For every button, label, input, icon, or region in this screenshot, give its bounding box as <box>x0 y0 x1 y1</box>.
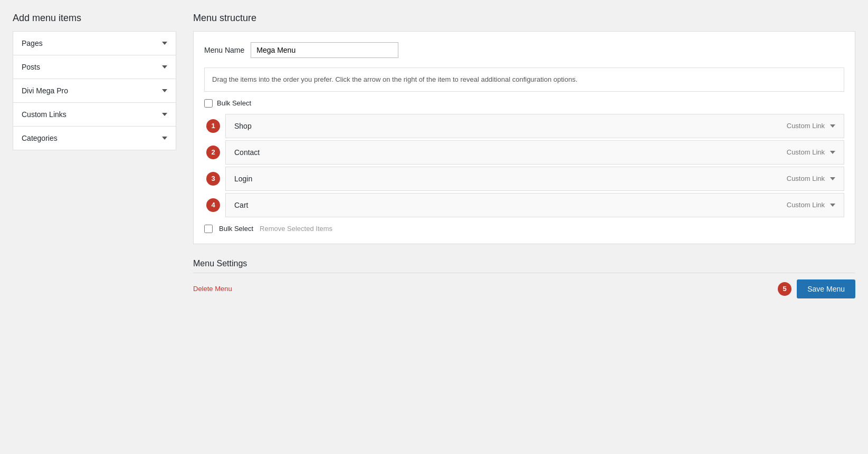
menu-item-login[interactable]: Login Custom Link <box>225 167 844 191</box>
accordion-item-posts: Posts <box>13 55 176 79</box>
bottom-bulk-row: Bulk Select Remove Selected Items <box>204 225 844 233</box>
accordion-header-custom-links[interactable]: Custom Links <box>13 103 176 126</box>
drag-instruction: Drag the items into the order you prefer… <box>204 67 844 92</box>
menu-item-row: 1 Shop Custom Link <box>225 114 844 138</box>
chevron-down-icon <box>830 124 835 128</box>
menu-name-label: Menu Name <box>204 46 244 54</box>
menu-item-row: 2 Contact Custom Link <box>225 140 844 165</box>
save-menu-button[interactable]: Save Menu <box>797 279 855 298</box>
chevron-down-icon <box>162 137 167 140</box>
menu-item-right-shop: Custom Link <box>787 122 835 130</box>
menu-item-right-login: Custom Link <box>787 175 835 182</box>
chevron-down-icon <box>162 113 167 116</box>
step-badge-4: 4 <box>206 198 220 212</box>
menu-item-name-cart: Cart <box>234 201 248 209</box>
menu-item-type-shop: Custom Link <box>787 122 825 130</box>
accordion-label-divi-mega-pro: Divi Mega Pro <box>22 86 68 95</box>
menu-item-row: 3 Login Custom Link <box>225 167 844 191</box>
accordion: Pages Posts Divi Mega Pro <box>13 31 176 150</box>
menu-item-type-cart: Custom Link <box>787 201 825 209</box>
save-btn-wrapper: 5 Save Menu <box>778 279 855 298</box>
chevron-down-icon <box>162 42 167 45</box>
accordion-item-divi-mega-pro: Divi Mega Pro <box>13 79 176 103</box>
menu-item-shop[interactable]: Shop Custom Link <box>225 114 844 138</box>
add-menu-items-heading: Add menu items <box>13 13 176 24</box>
right-panel: Menu structure Menu Name Drag the items … <box>193 13 855 298</box>
chevron-down-icon <box>830 177 835 180</box>
menu-item-row: 4 Cart Custom Link <box>225 193 844 217</box>
step-badge-5: 5 <box>778 282 791 296</box>
top-bulk-select-row: Bulk Select <box>204 99 844 108</box>
accordion-header-pages[interactable]: Pages <box>13 32 176 55</box>
menu-name-row: Menu Name <box>204 42 844 58</box>
left-panel: Add menu items Pages Posts Divi Mega Pro <box>13 13 176 150</box>
menu-item-right-cart: Custom Link <box>787 201 835 209</box>
remove-selected-link[interactable]: Remove Selected Items <box>260 225 332 233</box>
accordion-label-categories: Categories <box>22 134 58 142</box>
chevron-down-icon <box>162 89 167 92</box>
accordion-label-pages: Pages <box>22 39 43 47</box>
accordion-label-posts: Posts <box>22 63 40 71</box>
bottom-bulk-label: Bulk Select <box>219 225 253 233</box>
menu-item-type-contact: Custom Link <box>787 148 825 156</box>
menu-item-name-contact: Contact <box>234 148 260 157</box>
accordion-header-categories[interactable]: Categories <box>13 127 176 150</box>
top-bulk-label: Bulk Select <box>217 99 251 107</box>
top-bulk-checkbox[interactable] <box>204 99 213 108</box>
delete-menu-link[interactable]: Delete Menu <box>193 285 232 293</box>
menu-item-cart[interactable]: Cart Custom Link <box>225 193 844 217</box>
menu-item-contact[interactable]: Contact Custom Link <box>225 140 844 165</box>
menu-settings-footer: Delete Menu 5 Save Menu <box>193 279 855 298</box>
chevron-down-icon <box>162 65 167 69</box>
menu-structure-heading: Menu structure <box>193 13 855 24</box>
step-badge-3: 3 <box>206 172 220 186</box>
menu-settings-section: Menu Settings Delete Menu 5 Save Menu <box>193 259 855 298</box>
menu-name-input[interactable] <box>251 42 398 58</box>
accordion-header-posts[interactable]: Posts <box>13 55 176 79</box>
accordion-item-categories: Categories <box>13 127 176 150</box>
chevron-down-icon <box>830 204 835 207</box>
menu-item-right-contact: Custom Link <box>787 148 835 156</box>
step-badge-1: 1 <box>206 119 220 133</box>
accordion-item-custom-links: Custom Links <box>13 103 176 127</box>
accordion-item-pages: Pages <box>13 32 176 55</box>
menu-item-type-login: Custom Link <box>787 175 825 182</box>
menu-item-name-login: Login <box>234 175 252 183</box>
chevron-down-icon <box>830 151 835 154</box>
menu-items-list: 1 Shop Custom Link 2 Contact <box>204 114 844 217</box>
step-badge-2: 2 <box>206 146 220 159</box>
menu-settings-heading: Menu Settings <box>193 259 855 273</box>
bottom-bulk-checkbox[interactable] <box>204 225 213 233</box>
menu-structure-box: Menu Name Drag the items into the order … <box>193 31 855 244</box>
accordion-label-custom-links: Custom Links <box>22 110 66 119</box>
accordion-header-divi-mega-pro[interactable]: Divi Mega Pro <box>13 79 176 102</box>
menu-item-name-shop: Shop <box>234 122 252 130</box>
